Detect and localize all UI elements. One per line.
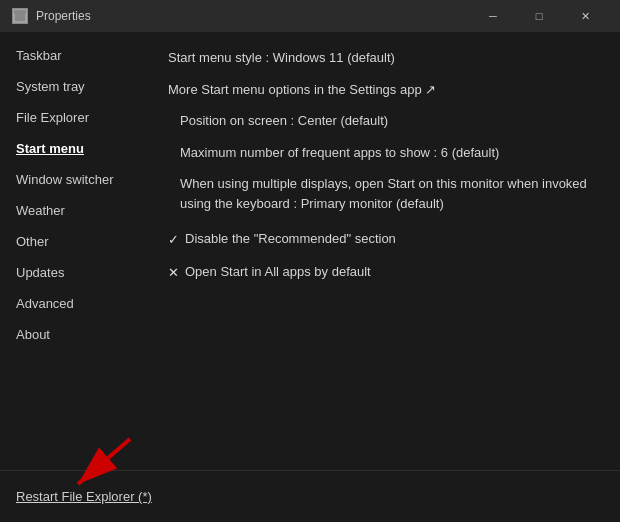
disable-recommended-row[interactable]: ✓ Disable the "Recommended" section <box>168 229 600 250</box>
bottom-bar: Restart File Explorer (*) <box>0 470 620 522</box>
multiple-displays: When using multiple displays, open Start… <box>180 174 600 213</box>
sidebar-item-updates[interactable]: Updates <box>0 257 148 288</box>
sidebar-item-start-menu[interactable]: Start menu <box>0 133 148 164</box>
max-frequent-apps: Maximum number of frequent apps to show … <box>180 143 600 163</box>
svg-line-3 <box>78 439 130 484</box>
position-on-screen: Position on screen : Center (default) <box>180 111 600 131</box>
close-button[interactable]: ✕ <box>562 0 608 32</box>
titlebar: Properties ─ □ ✕ <box>0 0 620 32</box>
open-all-apps-label: Open Start in All apps by default <box>185 262 371 282</box>
sidebar-item-other[interactable]: Other <box>0 226 148 257</box>
sidebar-item-window-switcher[interactable]: Window switcher <box>0 164 148 195</box>
sidebar-item-advanced[interactable]: Advanced <box>0 288 148 319</box>
maximize-button[interactable]: □ <box>516 0 562 32</box>
cross-icon: ✕ <box>168 263 179 283</box>
svg-rect-1 <box>14 10 26 14</box>
more-options-link[interactable]: More Start menu options in the Settings … <box>168 80 600 100</box>
sidebar-item-file-explorer[interactable]: File Explorer <box>0 102 148 133</box>
disable-recommended-label: Disable the "Recommended" section <box>185 229 396 249</box>
sidebar-item-taskbar[interactable]: Taskbar <box>0 40 148 71</box>
sidebar-item-system-tray[interactable]: System tray <box>0 71 148 102</box>
content-area: Start menu style : Windows 11 (default) … <box>148 32 620 522</box>
titlebar-title: Properties <box>36 9 470 23</box>
minimize-button[interactable]: ─ <box>470 0 516 32</box>
titlebar-controls: ─ □ ✕ <box>470 0 608 32</box>
app-icon <box>12 8 28 24</box>
sidebar-item-weather[interactable]: Weather <box>0 195 148 226</box>
sidebar-item-about[interactable]: About <box>0 319 148 350</box>
start-menu-style: Start menu style : Windows 11 (default) <box>168 48 600 68</box>
open-all-apps-row[interactable]: ✕ Open Start in All apps by default <box>168 262 600 283</box>
check-icon: ✓ <box>168 230 179 250</box>
arrow-indicator <box>60 434 150 494</box>
